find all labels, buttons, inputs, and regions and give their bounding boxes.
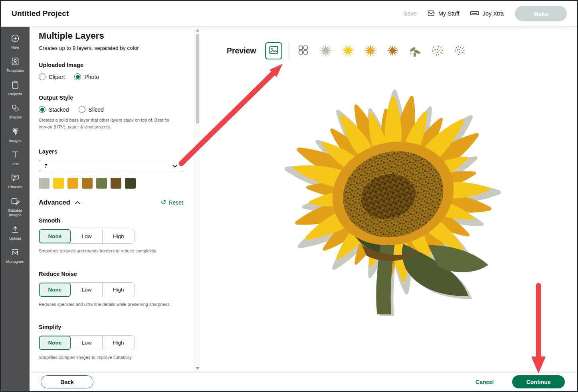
output-style-label: Output Style: [39, 95, 184, 101]
images-icon: [10, 127, 20, 136]
text-icon: [10, 150, 20, 160]
scroll-down-arrow[interactable]: [196, 367, 199, 370]
sidebar-item-text[interactable]: Text: [1, 146, 30, 169]
layer-thumb-7-icon: [452, 43, 468, 59]
sidebar-item-templates[interactable]: Templates: [1, 53, 30, 76]
all-layers-thumb[interactable]: [295, 43, 311, 59]
footer-bar: Back Cancel Continue: [30, 372, 577, 391]
layer-swatch-2[interactable]: [53, 178, 64, 189]
layers-label: Layers: [39, 148, 184, 155]
layer-thumb-5[interactable]: [407, 42, 424, 59]
radio-photo[interactable]: Photo: [74, 73, 99, 80]
back-button[interactable]: Back: [41, 375, 93, 388]
image-icon: [269, 45, 279, 56]
chevron-up-icon: [75, 199, 81, 206]
scroll-up-arrow[interactable]: [196, 29, 199, 32]
reduce-noise-help: Reduces speckles and ultra-fine details …: [39, 301, 172, 308]
reduce-noise-segmented-control: None Low High: [39, 282, 135, 297]
layer-thumb-3[interactable]: [362, 42, 379, 59]
machine-selector[interactable]: Joy Xtra: [470, 10, 504, 18]
radio-stacked-dot: [39, 106, 46, 113]
sidebar-item-projects[interactable]: Projects: [1, 77, 30, 100]
reduce-noise-high-button[interactable]: High: [102, 283, 134, 297]
radio-stacked[interactable]: Stacked: [39, 106, 69, 113]
scrollbar-thumb[interactable]: [196, 34, 199, 124]
layer-thumb-4-icon: [385, 43, 401, 59]
panel-scrollbar[interactable]: [194, 27, 200, 372]
layer-thumb-7[interactable]: [451, 42, 468, 59]
make-button[interactable]: Make: [515, 6, 567, 21]
smooth-none-button[interactable]: None: [39, 229, 71, 243]
smooth-help: Smoothes textures and rounds borders to …: [39, 248, 172, 254]
sidebar: New Templates Projects: [1, 27, 30, 391]
sidebar-item-editable-images[interactable]: Editable Images: [1, 193, 30, 221]
grid-icon: [298, 45, 309, 57]
reduce-noise-group: Reduce Noise None Low High Reduces speck…: [39, 271, 184, 308]
smooth-high-button[interactable]: High: [102, 229, 134, 243]
layer-swatch-3[interactable]: [67, 178, 78, 189]
smooth-low-button[interactable]: Low: [71, 229, 103, 243]
layer-swatch-7[interactable]: [125, 178, 136, 189]
simplify-none-button[interactable]: None: [39, 336, 71, 350]
output-style-options: Stacked Sliced: [39, 106, 184, 113]
reset-button[interactable]: ↺ Reset: [160, 199, 183, 206]
layer-swatch-1[interactable]: [39, 178, 49, 189]
cancel-button[interactable]: Cancel: [475, 379, 494, 385]
undo-icon: ↺: [160, 199, 166, 206]
sidebar-item-shapes[interactable]: Shapes: [1, 100, 30, 123]
phrases-icon: [10, 173, 20, 183]
layers-count-dropdown[interactable]: 7: [39, 160, 183, 172]
advanced-toggle[interactable]: Advanced: [39, 199, 81, 206]
radio-sliced[interactable]: Sliced: [79, 106, 104, 113]
machine-label: Joy Xtra: [483, 10, 504, 17]
sidebar-item-images[interactable]: Images: [1, 123, 30, 146]
top-bar: Untitled Project Save My Stuff Joy Xtra: [1, 1, 577, 27]
simplify-low-button[interactable]: Low: [71, 336, 103, 350]
layer-thumb-1[interactable]: [317, 42, 334, 59]
advanced-row: Advanced ↺ Reset: [39, 199, 183, 206]
app-window: Untitled Project Save My Stuff Joy Xtra: [0, 0, 578, 392]
layer-thumb-2[interactable]: [340, 42, 356, 59]
layer-swatches: [39, 178, 184, 189]
layer-thumb-4[interactable]: [384, 42, 401, 59]
smooth-label: Smooth: [39, 217, 184, 224]
save-button[interactable]: Save: [404, 10, 417, 17]
settings-panel: Multiple Layers Creates up to 9 layers, …: [30, 27, 200, 372]
preview-divider: [289, 42, 289, 59]
layer-thumb-1-icon: [318, 43, 334, 59]
reduce-noise-none-button[interactable]: None: [39, 283, 71, 297]
my-stuff-label: My Stuff: [438, 10, 459, 17]
panel-title: Multiple Layers: [39, 31, 184, 41]
layers-count-value: 7: [44, 163, 48, 169]
my-stuff-icon: [427, 9, 435, 18]
layer-thumb-2-icon: [340, 43, 356, 59]
layer-swatch-5[interactable]: [96, 178, 107, 189]
preview-label: Preview: [227, 46, 256, 55]
reduce-noise-label: Reduce Noise: [39, 271, 184, 277]
sidebar-item-phrases[interactable]: Phrases: [1, 169, 30, 193]
output-style-help: Creates a solid base layer that other la…: [39, 117, 172, 130]
layer-swatch-4[interactable]: [82, 178, 93, 189]
preview-area: Preview: [200, 27, 577, 372]
footer-actions: Cancel Continue: [475, 375, 565, 388]
sidebar-item-upload[interactable]: Upload: [1, 221, 30, 244]
my-stuff-button[interactable]: My Stuff: [427, 9, 459, 18]
sidebar-item-monogram[interactable]: Monogram: [1, 244, 30, 267]
layer-swatch-6[interactable]: [111, 178, 121, 189]
sidebar-item-new[interactable]: New: [1, 30, 30, 53]
continue-button[interactable]: Continue: [512, 375, 565, 388]
radio-sliced-dot: [79, 106, 85, 113]
top-bar-actions: Save My Stuff Joy Xtra Make: [404, 6, 567, 21]
reduce-noise-low-button[interactable]: Low: [71, 283, 103, 297]
original-image-thumb[interactable]: [265, 42, 282, 59]
simplify-high-button[interactable]: High: [102, 336, 134, 350]
editable-images-icon: [10, 197, 20, 206]
preview-header: Preview: [227, 42, 474, 59]
layer-thumb-6[interactable]: [429, 42, 446, 59]
plus-circle-icon: [10, 33, 20, 43]
smooth-segmented-control: None Low High: [39, 229, 135, 244]
monogram-icon: [10, 248, 20, 257]
uploaded-image-label: Uploaded Image: [39, 62, 184, 68]
radio-clipart[interactable]: Clipart: [39, 73, 65, 80]
simplify-segmented-control: None Low High: [39, 335, 135, 350]
